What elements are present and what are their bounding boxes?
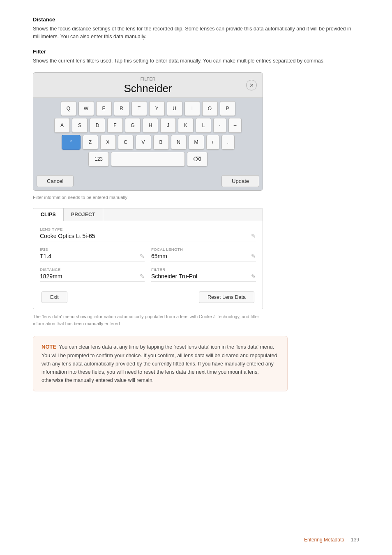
- filter-field-label: FILTER: [151, 267, 256, 272]
- key-o[interactable]: O: [202, 101, 218, 116]
- focal-length-row: 65mm ✎: [151, 253, 256, 261]
- keyboard-close-button[interactable]: ✕: [246, 80, 257, 90]
- distance-value: 1829mm: [40, 273, 62, 280]
- lens-data-panel: CLIPS PROJECT LENS TYPE Cooke Optics Lt …: [33, 208, 263, 309]
- keyboard-filter-label: FILTER: [40, 77, 256, 81]
- caption2: The 'lens data' menu showing information…: [33, 313, 263, 327]
- iris-label: IRIS: [40, 247, 145, 252]
- key-q[interactable]: Q: [61, 101, 76, 116]
- footer-section: Entering Metadata: [304, 537, 344, 543]
- tab-action-row: Exit Reset Lens Data: [40, 287, 256, 305]
- key-k[interactable]: K: [178, 118, 194, 133]
- key-row-1: Q W E R T Y U I O P: [36, 101, 260, 116]
- keyboard-header: FILTER Schneider ✕: [33, 73, 263, 97]
- backspace-key[interactable]: ⌫: [187, 152, 208, 166]
- key-x[interactable]: X: [100, 135, 116, 150]
- distance-title: Distance: [33, 16, 359, 23]
- key-f[interactable]: F: [107, 118, 123, 133]
- filter-title: Filter: [33, 49, 359, 55]
- key-b[interactable]: B: [153, 135, 169, 150]
- update-button[interactable]: Update: [221, 175, 259, 187]
- key-e[interactable]: E: [96, 101, 112, 116]
- focal-length-field: FOCAL LENGTH 65mm ✎: [151, 247, 256, 261]
- lens-type-label: LENS TYPE: [40, 227, 256, 231]
- reset-lens-data-button[interactable]: Reset Lens Data: [199, 291, 254, 303]
- key-row-3: ⌃ Z X C V B N M / .: [36, 135, 260, 150]
- iris-row: T1.4 ✎: [40, 253, 145, 261]
- distance-field-label: DISTANCE: [40, 267, 145, 272]
- key-h[interactable]: H: [143, 118, 158, 133]
- key-g[interactable]: G: [125, 118, 141, 133]
- key-v[interactable]: V: [136, 135, 151, 150]
- key-j[interactable]: J: [160, 118, 176, 133]
- exit-button[interactable]: Exit: [42, 291, 67, 303]
- lens-type-edit-icon[interactable]: ✎: [251, 233, 256, 239]
- iris-field: IRIS T1.4 ✎: [40, 247, 145, 261]
- iris-focal-row: IRIS T1.4 ✎ FOCAL LENGTH 65mm ✎: [40, 247, 256, 267]
- key-dot[interactable]: ·: [213, 118, 226, 133]
- filter-section: Filter Shows the current lens filters us…: [33, 49, 359, 65]
- key-u[interactable]: U: [167, 101, 182, 116]
- focal-length-edit-icon[interactable]: ✎: [251, 253, 256, 259]
- focal-length-label: FOCAL LENGTH: [151, 247, 256, 252]
- caption1: Filter information needs to be entered m…: [33, 195, 359, 200]
- tab-project[interactable]: PROJECT: [64, 208, 103, 221]
- iris-edit-icon[interactable]: ✎: [140, 253, 145, 259]
- key-row-2: A S D F G H J K L · –: [36, 118, 260, 133]
- key-s[interactable]: S: [72, 118, 88, 133]
- tab-bar: CLIPS PROJECT: [33, 208, 263, 221]
- iris-value: T1.4: [40, 253, 51, 259]
- key-c[interactable]: C: [118, 135, 134, 150]
- distance-row: 1829mm ✎: [40, 273, 145, 282]
- filter-edit-icon[interactable]: ✎: [251, 273, 256, 280]
- key-a[interactable]: A: [54, 118, 70, 133]
- note-body: You can clear lens data at any time by t…: [42, 344, 277, 383]
- shift-key[interactable]: ⌃: [62, 135, 81, 150]
- key-t[interactable]: T: [131, 101, 147, 116]
- lens-type-value: Cooke Optics Lt 5i-65: [40, 233, 95, 239]
- lens-type-row: Cooke Optics Lt 5i-65 ✎: [40, 233, 256, 241]
- keyboard-keys: Q W E R T Y U I O P A S D F G H J K L · …: [33, 98, 263, 172]
- page-footer: Entering Metadata 139: [304, 537, 359, 543]
- keyboard-action-row: Cancel Update: [33, 172, 263, 190]
- space-key[interactable]: [111, 152, 185, 166]
- key-n[interactable]: N: [171, 135, 187, 150]
- key-z[interactable]: Z: [83, 135, 98, 150]
- key-row-4: 123 ⌫: [36, 152, 260, 166]
- key-r[interactable]: R: [114, 101, 129, 116]
- distance-filter-row: DISTANCE 1829mm ✎ FILTER Schneider Tru-P…: [40, 267, 256, 287]
- key-i[interactable]: I: [184, 101, 200, 116]
- num-key[interactable]: 123: [88, 152, 109, 166]
- key-m[interactable]: M: [189, 135, 204, 150]
- distance-section: Distance Shows the focus distance settin…: [33, 16, 359, 41]
- key-slash[interactable]: /: [206, 135, 219, 150]
- footer-page: 139: [351, 537, 359, 543]
- filter-value: Schneider Tru-Pol: [151, 273, 197, 280]
- distance-field: DISTANCE 1829mm ✎: [40, 267, 145, 282]
- lens-type-field: LENS TYPE Cooke Optics Lt 5i-65 ✎: [40, 227, 256, 241]
- tab-clips[interactable]: CLIPS: [33, 208, 64, 221]
- key-dash[interactable]: –: [228, 118, 242, 133]
- cancel-button[interactable]: Cancel: [37, 175, 74, 187]
- keyboard-modal: FILTER Schneider ✕ Q W E R T Y U I O P A…: [33, 72, 263, 191]
- tab-content: LENS TYPE Cooke Optics Lt 5i-65 ✎ IRIS T…: [33, 221, 263, 309]
- filter-body: Shows the current lens filters used. Tap…: [33, 57, 359, 65]
- filter-row: Schneider Tru-Pol ✎: [151, 273, 256, 282]
- focal-length-value: 65mm: [151, 253, 167, 259]
- keyboard-input-text: Schneider: [124, 82, 172, 95]
- distance-edit-icon[interactable]: ✎: [140, 273, 145, 280]
- filter-field: FILTER Schneider Tru-Pol ✎: [151, 267, 256, 282]
- note-label: NOTE: [42, 344, 56, 350]
- key-period[interactable]: .: [221, 135, 235, 150]
- key-d[interactable]: D: [90, 118, 105, 133]
- key-p[interactable]: P: [220, 101, 235, 116]
- key-l[interactable]: L: [196, 118, 211, 133]
- key-y[interactable]: Y: [149, 101, 165, 116]
- key-w[interactable]: W: [78, 101, 94, 116]
- distance-body: Shows the focus distance settings of the…: [33, 25, 359, 41]
- note-box: NOTEYou can clear lens data at any time …: [33, 336, 288, 391]
